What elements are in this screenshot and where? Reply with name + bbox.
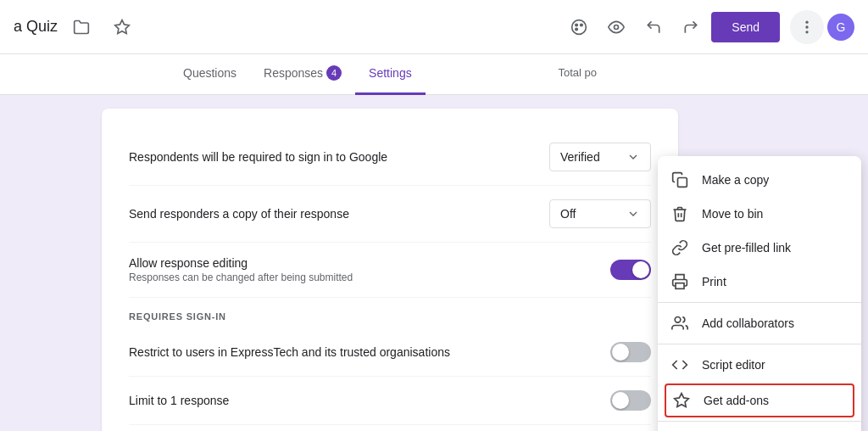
menu-item-make-copy[interactable]: Make a copy [658,163,861,197]
tabs-bar: Questions Responses 4 Settings Total po [0,54,868,95]
allow-edit-info: Allow response editing Responses can be … [129,256,353,283]
send-copy-row: Send responders a copy of their response… [129,186,651,243]
tab-questions[interactable]: Questions [170,54,250,95]
send-button[interactable]: Send [711,12,780,42]
bin-icon [671,205,688,222]
responses-badge: 4 [326,65,342,81]
svg-point-8 [805,31,808,33]
allow-edit-label: Allow response editing [129,256,353,270]
sign-in-label: Respondents will be required to sign in … [129,150,387,164]
svg-point-11 [675,317,681,323]
menu-divider-1 [658,302,861,303]
context-menu: Make a copy Move to bin Get pre-filled l… [658,156,861,431]
svg-rect-10 [676,283,684,289]
toggle-thumb [612,392,629,409]
svg-marker-12 [675,394,689,407]
menu-item-print[interactable]: Print [658,265,861,299]
requires-sign-in-header: REQUIRES SIGN-IN [129,298,651,328]
tab-responses[interactable]: Responses 4 [250,54,355,95]
topbar: a Quiz [0,0,868,54]
menu-divider-3 [658,421,861,422]
chevron-down-icon [626,207,640,221]
more-options-btn[interactable] [790,10,824,44]
menu-divider-2 [658,344,861,344]
limit-toggle[interactable] [610,390,651,411]
svg-point-6 [805,20,808,23]
menu-label-script: Script editor [702,358,765,372]
star-icon [114,19,131,36]
more-vert-icon [798,19,815,36]
allow-edit-toggle[interactable] [610,260,651,280]
tab-settings[interactable]: Settings [355,54,426,95]
print-icon [671,273,688,290]
folder-icon-btn[interactable] [64,10,98,44]
palette-icon-btn[interactable] [562,10,596,44]
undo-icon [645,19,662,36]
addon-icon [673,392,690,409]
menu-item-shortcuts[interactable]: Keyboard shortcuts [658,425,861,431]
star-icon-btn[interactable] [105,10,139,44]
menu-label-make-copy: Make a copy [702,173,769,187]
restrict-toggle[interactable] [610,342,651,362]
svg-point-5 [615,25,619,29]
svg-point-1 [572,20,587,34]
menu-label-collaborators: Add collaborators [702,316,794,330]
sign-in-dropdown[interactable]: Verified [549,143,651,171]
menu-item-move-bin[interactable]: Move to bin [658,197,861,231]
limit-row: Limit to 1 response [129,377,651,425]
svg-marker-0 [115,20,130,33]
redo-icon [682,19,699,36]
allow-edit-row: Allow response editing Responses can be … [129,243,651,298]
svg-point-3 [581,24,583,26]
undo-icon-btn[interactable] [637,10,670,44]
eye-icon [608,19,625,36]
code-icon [671,356,688,373]
menu-label-move-bin: Move to bin [702,207,763,221]
topbar-right: Send G [562,10,854,44]
svg-point-7 [805,25,808,28]
svg-point-2 [576,24,578,26]
send-copy-dropdown[interactable]: Off [549,199,651,228]
settings-panel: Respondents will be required to sign in … [102,109,678,431]
menu-item-script[interactable]: Script editor [658,348,861,382]
folder-icon [73,19,90,36]
toggle-thumb [612,344,629,361]
app-title: a Quiz [14,18,58,36]
menu-label-print: Print [702,275,726,288]
preview-icon-btn[interactable] [599,10,633,44]
restrict-label: Restrict to users in ExpressTech and its… [129,345,450,359]
allow-edit-sub: Responses can be changed after being sub… [129,271,353,283]
copy-icon [671,171,688,188]
people-icon [671,315,688,332]
toggle-thumb [632,261,649,278]
palette-icon [570,19,587,36]
link-icon [671,239,688,256]
topbar-left: a Quiz [14,10,562,44]
send-copy-label: Send responders a copy of their response [129,207,349,221]
restrict-row: Restrict to users in ExpressTech and its… [129,328,651,377]
limit-label: Limit to 1 response [129,394,229,407]
total-points-label: Total po [558,66,597,79]
menu-item-prefilled[interactable]: Get pre-filled link [658,231,861,265]
svg-rect-9 [678,178,687,188]
menu-label-prefilled: Get pre-filled link [702,241,791,255]
sign-in-row: Respondents will be required to sign in … [129,129,651,186]
menu-label-addons: Get add-ons [704,394,769,407]
menu-item-addons[interactable]: Get add-ons [665,383,854,417]
menu-item-collaborators[interactable]: Add collaborators [658,306,861,340]
redo-icon-btn[interactable] [674,10,708,44]
avatar[interactable]: G [827,14,854,41]
svg-point-4 [576,28,578,31]
chevron-down-icon [626,150,640,164]
